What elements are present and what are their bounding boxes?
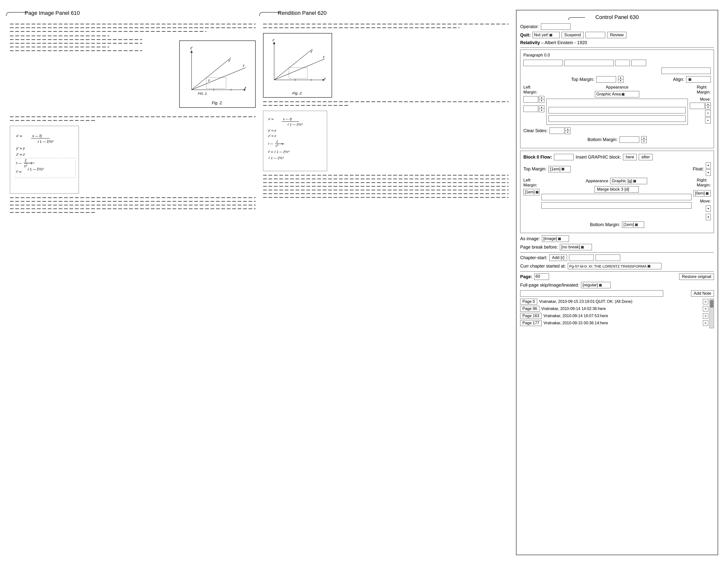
chapter-start-input-1[interactable] (569, 254, 594, 261)
note-arrow-btn-2[interactable]: > (703, 313, 708, 319)
appearance-input-1[interactable] (549, 107, 686, 113)
block0-flow-input[interactable] (554, 154, 574, 160)
note-arrow-btn-0[interactable]: > (703, 299, 708, 304)
after-button[interactable]: after (639, 154, 653, 160)
text-line (263, 27, 460, 28)
top-margin-stepper[interactable]: ▲ ▼ (618, 76, 623, 83)
float-label: Float: (693, 166, 704, 172)
left-margin-stepper[interactable]: ▲ ▼ (539, 96, 544, 103)
graphic-area-select[interactable]: Graphic Area (595, 91, 639, 97)
bottom-margin-stepper[interactable]: ▲ ▼ (641, 136, 647, 143)
insert-graphic-label: Insert GRAPHIC block: (576, 155, 621, 160)
right-margin-input[interactable] (690, 103, 705, 109)
note-page-btn-1[interactable]: Page 96 (520, 306, 539, 312)
page-label: Page: (520, 274, 532, 279)
top-margin-input[interactable] (596, 76, 616, 83)
note-text-1: Vratnakar, 2010-09-14 14:02:36:here (541, 307, 701, 311)
block-right-select[interactable]: [0em] (693, 190, 711, 196)
curr-chapter-select[interactable]: Pg-57-bl-0: XI: THE LORENTZ TRANSFORMA (568, 263, 661, 269)
graphic-g-select[interactable]: Graphic [g] (610, 178, 647, 184)
note-arrow-btn-3[interactable]: > (703, 321, 708, 326)
block-input-1[interactable] (541, 194, 692, 200)
align-select[interactable] (686, 76, 711, 83)
align-label: Align: (673, 77, 684, 82)
note-page-btn-2[interactable]: Page 163 (520, 313, 542, 319)
quit-row: Quit: Not yet! Suspend Review (520, 32, 714, 38)
para-input-3[interactable] (615, 60, 630, 66)
page-input[interactable]: 60 (534, 273, 549, 280)
control-panel: Control Panel 630 Operator: Quit: Not ye… (516, 10, 718, 555)
scroll-thumb[interactable] (710, 300, 713, 308)
para-input-4[interactable] (631, 60, 646, 66)
as-image-label: As image: (520, 236, 540, 241)
svg-text:t —: t — (16, 161, 22, 165)
right-margin-stepper[interactable]: ▲ ▼ (705, 102, 711, 109)
suspend-button[interactable]: Suspend (562, 32, 584, 38)
block-top-margin-select[interactable]: [1em] (549, 166, 571, 172)
text-line (263, 182, 509, 183)
block-move-down-btn[interactable]: • (706, 214, 711, 220)
svg-text:x: x (324, 76, 326, 80)
block0-flow-label: Block 0 Flow: (523, 155, 552, 160)
figure-2-caption: Fig. 2. (182, 101, 253, 105)
bottom-margin-input[interactable] (620, 136, 639, 143)
left-margin-col: LeftMargin: ▲ ▼ ▲ ▼ (523, 85, 544, 112)
curr-chapter-row: Curr chapter started at: Pg-57-bl-0: XI:… (520, 263, 714, 269)
text-line (10, 43, 142, 44)
note-item-2: Page 163 Vratnakar, 2010-09-14 16:07:53:… (520, 313, 708, 319)
merge-block-button[interactable]: Merge block 3 [d] (594, 186, 639, 192)
block-left-label: LeftMargin: (523, 178, 537, 188)
page-break-select[interactable]: [no break] (560, 244, 592, 250)
block0-flow-row: Block 0 Flow: Insert GRAPHIC block: here… (523, 154, 711, 160)
clear-sides-stepper[interactable]: ▲ ▼ (565, 127, 570, 134)
stepper-up[interactable]: ▲ (618, 76, 623, 79)
para-input-2[interactable] (564, 60, 614, 66)
note-page-btn-0[interactable]: Page 0 (520, 299, 537, 305)
note-arrow-btn-1[interactable]: > (703, 306, 708, 312)
review-button[interactable]: Review (607, 32, 626, 38)
left-margin-input-2[interactable] (523, 105, 538, 112)
block-left-select[interactable]: [1em] (523, 189, 539, 195)
move-label: Move: (700, 97, 711, 102)
left-margin-input[interactable] (523, 96, 538, 103)
svg-line-4 (192, 68, 246, 90)
svg-rect-40 (289, 68, 307, 79)
block-appearance-label: Appearance (586, 178, 608, 183)
note-text-input[interactable] (520, 290, 663, 297)
full-page-select[interactable]: [regular] (581, 282, 611, 288)
figure-2-svg: z' x y y' y FIG. 2. (182, 43, 253, 100)
note-page-btn-3[interactable]: Page 177 (520, 320, 542, 326)
para-input-1[interactable] (523, 60, 563, 66)
suspend-input[interactable] (586, 32, 605, 38)
stepper-down[interactable]: ▼ (618, 79, 623, 83)
left-margin-label: LeftMargin: (523, 85, 537, 95)
as-image-select[interactable]: [image] (542, 235, 569, 242)
block-input-2[interactable] (541, 202, 692, 209)
note-item-3: Page 177 Vratnakar, 2010-09-15 00:36:14:… (520, 320, 708, 326)
appearance-input-2[interactable] (549, 115, 686, 122)
float-down-btn[interactable]: • (706, 169, 711, 176)
move-up-btn[interactable]: • (705, 110, 711, 116)
operator-input[interactable] (541, 23, 570, 30)
svg-text:x' ∞: x' ∞ (16, 134, 22, 138)
text-line (263, 105, 349, 106)
quit-select[interactable]: Not yet! (533, 32, 560, 38)
chapter-start-input-2[interactable] (596, 254, 620, 261)
curr-chapter-label: Curr chapter started at: (520, 263, 566, 269)
float-up-btn[interactable]: • (706, 162, 711, 169)
clear-sides-input[interactable] (550, 127, 564, 134)
left-margin-stepper-2[interactable]: ▲ ▼ (539, 105, 544, 112)
text-line (10, 47, 109, 47)
block-bottom-margin-select[interactable]: [1em] (622, 221, 644, 228)
add-r-button[interactable]: Add [r] (549, 254, 567, 261)
svg-text:t —: t — (268, 142, 273, 145)
restore-button[interactable]: Restore original (679, 273, 714, 280)
para-input-5[interactable] (661, 68, 711, 74)
here-button[interactable]: here (623, 154, 637, 160)
svg-text:1 — ξ²/c²: 1 — ξ²/c² (40, 140, 53, 143)
svg-text:FIG. 2.: FIG. 2. (198, 92, 208, 95)
add-note-button[interactable]: Add Note (691, 290, 714, 297)
notes-scrollbar[interactable] (710, 299, 714, 328)
move-down-btn[interactable]: • (705, 117, 711, 123)
block-move-up-btn[interactable]: • (706, 205, 711, 212)
